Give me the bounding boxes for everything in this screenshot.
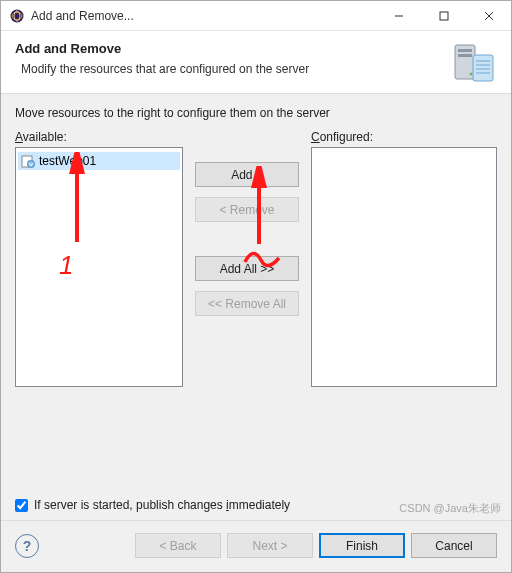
close-button[interactable] xyxy=(466,1,511,30)
add-all-button[interactable]: Add All >> xyxy=(195,256,299,281)
remove-all-button[interactable]: << Remove All xyxy=(195,291,299,316)
back-button[interactable]: < Back xyxy=(135,533,221,558)
maximize-button[interactable] xyxy=(421,1,466,30)
remove-button[interactable]: < Remove xyxy=(195,197,299,222)
list-item[interactable]: testWeb01 xyxy=(18,152,180,170)
web-project-icon xyxy=(20,153,36,169)
available-listbox[interactable]: testWeb01 xyxy=(15,147,183,387)
svg-rect-8 xyxy=(458,49,472,52)
cancel-button[interactable]: Cancel xyxy=(411,533,497,558)
dialog-subtitle: Modify the resources that are configured… xyxy=(21,62,453,76)
next-button[interactable]: Next > xyxy=(227,533,313,558)
instruction-text: Move resources to the right to configure… xyxy=(15,106,497,120)
configured-column: Configured: xyxy=(311,130,497,486)
available-label: Available: xyxy=(15,130,183,144)
add-button[interactable]: Add > xyxy=(195,162,299,187)
eclipse-icon xyxy=(9,8,25,24)
svg-rect-4 xyxy=(440,12,448,20)
list-item-label: testWeb01 xyxy=(39,154,96,168)
dialog-title: Add and Remove xyxy=(15,41,453,56)
publish-checkbox[interactable] xyxy=(15,499,28,512)
help-button[interactable]: ? xyxy=(15,534,39,558)
server-icon xyxy=(453,41,495,83)
titlebar: Add and Remove... xyxy=(1,1,511,31)
available-column: Available: testWeb01 xyxy=(15,130,183,486)
svg-rect-9 xyxy=(458,54,472,57)
dialog-header-text: Add and Remove Modify the resources that… xyxy=(15,41,453,83)
dialog-window: Add and Remove... Add and Remove Modify … xyxy=(0,0,512,573)
svg-point-10 xyxy=(470,73,473,76)
dialog-footer: ? < Back Next > Finish Cancel xyxy=(1,520,511,572)
columns: Available: testWeb01 Add > < Remove Add … xyxy=(15,130,497,486)
watermark: CSDN @Java朱老师 xyxy=(399,501,501,516)
dialog-header: Add and Remove Modify the resources that… xyxy=(1,31,511,94)
configured-listbox[interactable] xyxy=(311,147,497,387)
svg-rect-11 xyxy=(473,55,493,81)
minimize-button[interactable] xyxy=(376,1,421,30)
finish-button[interactable]: Finish xyxy=(319,533,405,558)
publish-checkbox-label[interactable]: If server is started, publish changes im… xyxy=(34,498,290,512)
transfer-buttons: Add > < Remove Add All >> << Remove All xyxy=(183,130,311,486)
configured-label: Configured: xyxy=(311,130,497,144)
dialog-content: Move resources to the right to configure… xyxy=(1,94,511,520)
window-title: Add and Remove... xyxy=(31,9,376,23)
